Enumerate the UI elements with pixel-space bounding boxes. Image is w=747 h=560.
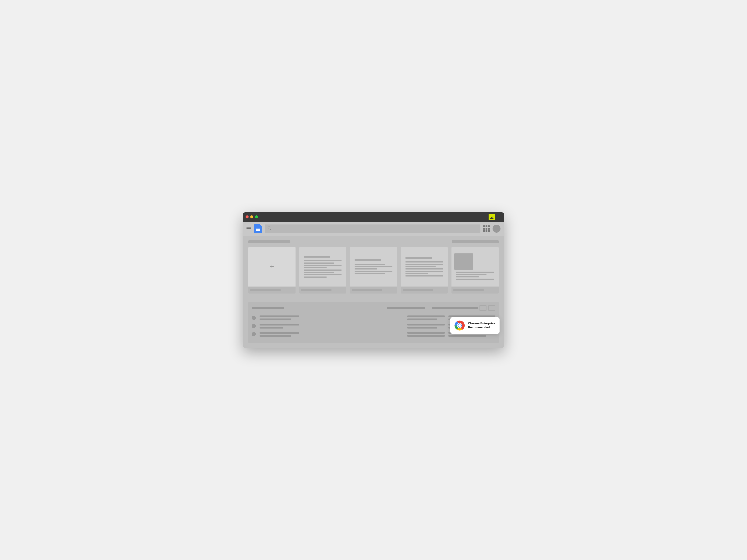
doc-card-1-preview xyxy=(299,247,346,287)
account-avatar-button[interactable] xyxy=(493,225,500,233)
list-item-name-bars xyxy=(260,324,299,328)
doc-line xyxy=(456,274,486,275)
doc-line xyxy=(355,264,385,265)
item-bar xyxy=(260,335,291,337)
doc-line xyxy=(304,260,342,261)
doc-card-3[interactable] xyxy=(401,247,448,294)
doc-label-bar xyxy=(301,289,332,291)
doc-line xyxy=(355,268,377,269)
item-bar xyxy=(407,332,445,334)
list-item-icon xyxy=(252,316,256,320)
new-doc-preview: + xyxy=(248,247,295,287)
list-item-icon xyxy=(252,332,256,336)
doc-line xyxy=(456,278,494,280)
doc-line xyxy=(304,265,342,266)
chrome-enterprise-badge: Chrome Enterprise Recommended xyxy=(450,317,499,334)
doc-card-2[interactable] xyxy=(350,247,397,294)
view-toggle-2[interactable] xyxy=(488,305,495,311)
apps-grid-button[interactable] xyxy=(483,225,490,232)
main-content: + xyxy=(243,236,504,348)
doc-card-2-lines xyxy=(353,259,394,274)
doc-label-bar xyxy=(453,289,484,291)
doc-line xyxy=(304,272,334,273)
new-doc-card[interactable]: + xyxy=(248,247,295,294)
doc-line xyxy=(406,257,432,259)
search-input[interactable] xyxy=(273,224,478,233)
svg-line-1 xyxy=(270,229,271,230)
doc-card-2-label xyxy=(350,287,397,294)
doc-card-3-preview xyxy=(401,247,448,287)
item-bar xyxy=(260,327,283,328)
doc-cards-row: + xyxy=(248,247,499,294)
doc-card-3-lines xyxy=(404,257,445,276)
toolbar-right xyxy=(483,225,500,233)
item-bar xyxy=(407,316,445,317)
doc-line xyxy=(406,268,443,269)
doc-label-bar xyxy=(403,289,433,291)
doc-card-4-label xyxy=(452,287,499,294)
item-bar xyxy=(407,327,437,328)
item-bar xyxy=(448,335,486,337)
list-item-icon xyxy=(252,324,256,328)
doc-card-image xyxy=(454,254,473,270)
chrome-enterprise-title-line2: Recommended xyxy=(468,325,495,329)
maximize-button[interactable] xyxy=(255,215,258,218)
hamburger-menu-button[interactable] xyxy=(247,227,251,230)
item-bar xyxy=(260,324,299,325)
doc-line xyxy=(406,264,443,265)
template-section-title xyxy=(452,240,499,243)
doc-line xyxy=(304,276,327,278)
view-toggle-1[interactable] xyxy=(480,305,487,311)
new-doc-label-bar xyxy=(250,289,281,291)
doc-line xyxy=(355,273,385,274)
doc-card-4-preview xyxy=(452,247,499,287)
plus-icon: + xyxy=(269,262,274,271)
section-header xyxy=(248,240,499,243)
chrome-enterprise-title-line1: Chrome Enterprise xyxy=(468,322,495,325)
col-header-date xyxy=(387,307,424,309)
download-button[interactable] xyxy=(489,214,495,220)
new-doc-label xyxy=(248,287,295,294)
search-bar[interactable] xyxy=(265,224,481,233)
doc-line xyxy=(456,276,479,277)
close-button[interactable] xyxy=(246,215,249,218)
section-divider xyxy=(248,297,499,302)
window-frame: ⋮ xyxy=(243,212,504,348)
list-item-name-bars xyxy=(260,332,299,337)
item-bar xyxy=(407,319,437,320)
doc-line xyxy=(304,269,342,271)
doc-card-1-lines xyxy=(302,256,344,278)
doc-card-4-lines xyxy=(454,272,496,280)
doc-line xyxy=(304,267,327,268)
doc-line xyxy=(406,266,436,267)
doc-card-4[interactable] xyxy=(452,247,499,294)
item-bar xyxy=(260,332,299,334)
doc-card-1-label xyxy=(299,287,346,294)
toolbar xyxy=(243,222,504,236)
list-item-date-bars xyxy=(407,332,445,337)
doc-line xyxy=(355,259,381,261)
doc-line xyxy=(456,272,494,273)
doc-line xyxy=(406,261,443,263)
doc-line xyxy=(406,271,443,272)
doc-line xyxy=(355,271,392,272)
recent-section-title xyxy=(248,240,290,243)
doc-label-bar xyxy=(352,289,382,291)
doc-line xyxy=(406,275,443,276)
doc-card-3-label xyxy=(401,287,448,294)
item-bar xyxy=(260,319,291,320)
docs-app-icon xyxy=(254,224,262,233)
item-bar xyxy=(260,316,299,317)
list-item-name-bars xyxy=(260,316,299,320)
list-item-date-bars xyxy=(407,316,445,320)
item-bar xyxy=(407,335,445,337)
doc-line xyxy=(304,274,342,275)
title-bar: ⋮ xyxy=(243,212,504,222)
doc-line xyxy=(304,256,330,258)
list-section-header xyxy=(252,305,495,313)
more-options-button[interactable]: ⋮ xyxy=(497,214,501,219)
col-header-owner xyxy=(432,307,478,309)
minimize-button[interactable] xyxy=(250,215,253,218)
doc-card-1[interactable] xyxy=(299,247,346,294)
title-bar-right: ⋮ xyxy=(489,214,501,220)
